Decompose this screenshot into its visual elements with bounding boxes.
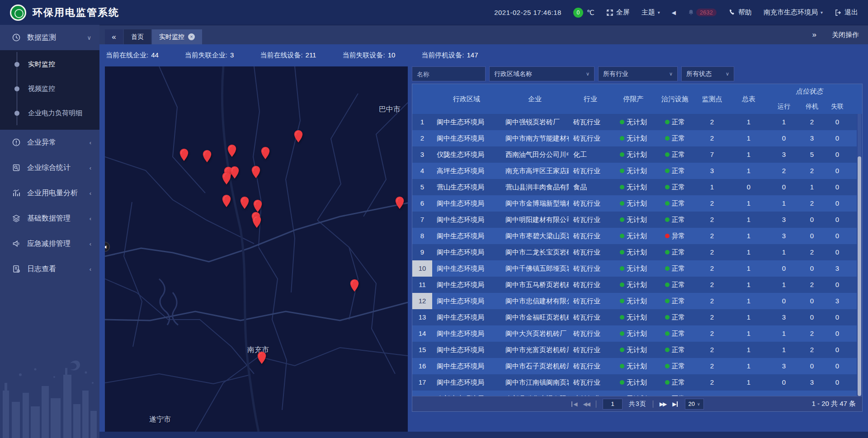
sidebar-group: 数据监测∨实时监控视频监控企业电力负荷明细 <box>0 25 99 130</box>
close-operations-button[interactable]: 关闭操作 <box>832 31 859 39</box>
table-row[interactable]: 12阆中生态环境局阆中市忠信建材有限公砖瓦行业无计划正常21003 <box>412 293 857 309</box>
status-dot-icon <box>665 152 670 157</box>
notifications[interactable]: 2632 <box>688 9 717 16</box>
table-row[interactable]: 16阆中生态环境局阆中市石子页岩机砖厂砖瓦行业无计划正常21300 <box>412 358 857 374</box>
sidebar-item-log[interactable]: 日志查看‹ <box>0 256 99 282</box>
table-row[interactable]: 1阆中生态环境局阆中强锐页岩砖厂砖瓦行业无计划正常21120 <box>412 114 857 130</box>
sidebar-item-layers[interactable]: 基础数据管理‹ <box>0 206 99 231</box>
map-pin-icon[interactable] <box>261 146 270 160</box>
cell-facility: 正常 <box>655 151 695 159</box>
mute-button[interactable]: ◀ <box>672 9 676 16</box>
sidebar-item-label: 企业综合统计 <box>27 163 90 173</box>
cell-meter: 1 <box>729 309 769 325</box>
first-page-button[interactable]: ◀ <box>571 401 576 407</box>
tabs-scroll-left-button[interactable]: « <box>105 29 123 44</box>
sidebar-subitem[interactable]: 视频监控 <box>0 76 99 101</box>
map-city-label: 遂宁市 <box>149 415 171 424</box>
table-row[interactable]: 3仪陇生态环境局西南油气田分公司川中化工无计划正常71350 <box>412 146 857 163</box>
fullscreen-button[interactable]: 全屏 <box>606 8 630 17</box>
table-row[interactable]: 18南部生态环境局南部县瑞华水泥有限公建材行业无计划正常60060 <box>412 391 857 396</box>
col-region: 行政区域 <box>432 84 501 114</box>
table-row[interactable]: 9阆中生态环境局阆中市二龙长宝页岩砖砖瓦行业无计划正常21120 <box>412 244 857 260</box>
cell-running: 1 <box>769 244 799 260</box>
map-pin-icon[interactable] <box>294 130 303 143</box>
map-pin-icon[interactable] <box>257 351 267 365</box>
app-window: 环保用电监管系统 2021-02-25 17:46:18 0 ℃ 全屏 主题 ▾… <box>0 0 868 438</box>
cell-lost: 0 <box>825 179 850 195</box>
status-dot-icon <box>665 380 670 385</box>
table-row[interactable]: 11阆中生态环境局阆中市五马桥页岩机砖砖瓦行业无计划正常21120 <box>412 277 857 293</box>
industry-filter-select[interactable]: 所有行业∨ <box>598 66 678 81</box>
status-dot-icon <box>620 217 624 222</box>
tab[interactable]: 实时监控× <box>152 29 202 44</box>
table-row[interactable]: 2阆中生态环境局阆中市南方节能建材有砖瓦行业无计划正常21030 <box>412 130 857 146</box>
map-pin-icon[interactable] <box>227 144 236 158</box>
region-filter-select[interactable]: 行政区域名称∨ <box>489 66 594 81</box>
table-row[interactable]: 13阆中生态环境局阆中市金福旺页岩机砖砖瓦行业无计划正常21300 <box>412 309 857 325</box>
cell-meter: 1 <box>729 228 769 244</box>
sidebar-subitem[interactable]: 企业电力负荷明细 <box>0 101 99 125</box>
table-row[interactable]: 8阆中生态环境局阆中市枣碧大梁山页岩砖瓦行业无计划异常21300 <box>412 228 857 244</box>
app-title: 环保用电监管系统 <box>33 6 119 19</box>
next-page-button[interactable]: ▶▶ <box>660 401 666 407</box>
sidebar-item-alert[interactable]: 企业异常‹ <box>0 130 99 155</box>
cell-shutdown: 0 <box>799 293 825 309</box>
name-filter-input[interactable] <box>412 66 486 81</box>
map-pin-icon[interactable] <box>251 165 261 179</box>
cell-running: 1 <box>769 195 799 212</box>
tab[interactable]: 首页 <box>124 29 151 44</box>
sidebar-subitem[interactable]: 实时监控 <box>0 52 99 76</box>
map-panel[interactable]: 巴中市南充市遂宁市 ◀ <box>105 66 408 432</box>
last-page-button[interactable]: ▶ <box>672 401 678 407</box>
chevron-left-icon: ‹ <box>90 240 91 247</box>
table-row[interactable]: 15阆中生态环境局阆中市光富页岩机砖厂砖瓦行业无计划正常21120 <box>412 342 857 358</box>
row-number: 13 <box>412 309 432 325</box>
cell-meter: 0 <box>729 391 769 396</box>
page-number-input[interactable]: 1 <box>603 399 623 410</box>
cell-facility: 正常 <box>655 216 695 224</box>
help-button[interactable]: 帮助 <box>728 8 752 17</box>
map-pin-icon[interactable] <box>222 172 231 185</box>
cell-lost: 0 <box>825 391 850 396</box>
theme-dropdown[interactable]: 主题 ▾ <box>642 8 660 17</box>
table-scrollbar[interactable] <box>858 114 861 396</box>
page-size-select[interactable]: 20∨ <box>685 399 704 410</box>
prev-page-button[interactable]: ◀◀ <box>583 401 590 407</box>
table-row[interactable]: 5营山生态环境局营山县润丰肉食品有限食品无计划正常10010 <box>412 179 857 195</box>
cell-monitor: 2 <box>695 374 729 391</box>
status-filter-select[interactable]: 所有状态∨ <box>681 66 734 81</box>
map-pin-icon[interactable] <box>395 196 404 210</box>
cell-stop-limit: 无计划 <box>612 313 655 322</box>
table-row[interactable]: 14阆中生态环境局阆中大兴页岩机砖厂砖瓦行业无计划正常21120 <box>412 325 857 342</box>
sidebar-item-gauge[interactable]: 数据监测∨ <box>0 25 99 50</box>
map-pin-icon[interactable] <box>222 194 231 208</box>
map-pin-icon[interactable] <box>202 150 212 163</box>
map-pin-icon[interactable] <box>252 215 261 229</box>
table-panel: 行政区域名称∨ 所有行业∨ 所有状态∨ <box>412 66 863 412</box>
tabs-scroll-right-button[interactable]: » <box>812 30 816 39</box>
cell-industry: 砖瓦行业 <box>569 212 612 228</box>
logout-button[interactable]: 退出 <box>835 8 858 17</box>
sidebar-item-horn[interactable]: 应急减排管理‹ <box>0 231 99 256</box>
table-row[interactable]: 7阆中生态环境局阆中明阳建材有限公司砖瓦行业无计划正常21300 <box>412 212 857 228</box>
cell-region: 营山生态环境局 <box>432 179 501 195</box>
cell-region: 阆中生态环境局 <box>432 325 501 342</box>
map-pin-icon[interactable] <box>253 199 262 213</box>
map-pin-icon[interactable] <box>230 166 239 179</box>
map-pin-icon[interactable] <box>240 196 249 210</box>
tab-close-icon[interactable]: × <box>188 33 195 40</box>
table-row[interactable]: 17阆中生态环境局阆中市江南镇阆南页岩砖瓦行业无计划正常21030 <box>412 374 857 391</box>
tab-label: 实时监控 <box>159 33 184 41</box>
chevron-down-icon: ∨ <box>87 34 91 41</box>
sidebar-item-chart[interactable]: 企业用电量分析‹ <box>0 180 99 206</box>
sidebar-item-stats[interactable]: 企业综合统计‹ <box>0 155 99 180</box>
map-pin-icon[interactable] <box>179 148 189 162</box>
logout-icon <box>835 9 842 16</box>
table-row[interactable]: 10阆中生态环境局阆中千佛镇五郎垭页岩砖瓦行业无计划正常21003 <box>412 260 857 277</box>
cell-region: 高坪生态环境局 <box>432 163 501 179</box>
org-dropdown[interactable]: 南充市生态环境局 ▾ <box>764 8 823 17</box>
cell-monitor: 2 <box>695 277 729 293</box>
map-pin-icon[interactable] <box>350 279 359 292</box>
table-row[interactable]: 6阆中生态环境局阆中市金博瑞新型墙材砖瓦行业无计划正常21120 <box>412 195 857 212</box>
table-row[interactable]: 4高坪生态环境局南充市高坪区王家店建砖瓦行业无计划正常31220 <box>412 163 857 179</box>
